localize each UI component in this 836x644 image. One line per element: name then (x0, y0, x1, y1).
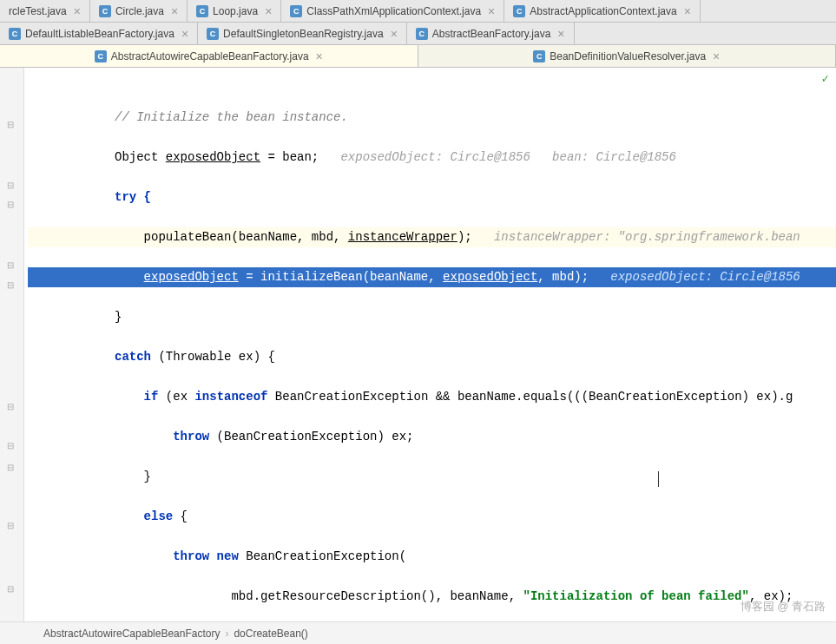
close-icon[interactable]: × (181, 27, 188, 41)
close-icon[interactable]: × (488, 4, 495, 18)
close-icon[interactable]: × (265, 4, 272, 18)
tab-bar-row-2: CDefaultListableBeanFactory.java× CDefau… (0, 23, 836, 45)
fold-icon[interactable]: ⊟ (7, 463, 16, 471)
fold-icon[interactable]: ⊟ (7, 120, 16, 128)
tab-label: BeanDefinitionValueResolver.java (550, 50, 706, 62)
tab-label: rcleTest.java (9, 5, 67, 17)
fold-icon[interactable]: ⊟ (7, 260, 16, 269)
tab-bar-row-3: CAbstractAutowireCapableBeanFactory.java… (0, 45, 836, 68)
java-class-icon: C (290, 5, 302, 17)
fold-icon[interactable]: ⊟ (7, 521, 16, 529)
fold-icon[interactable]: ⊟ (7, 402, 16, 411)
watermark: 博客园 @ 青石路 (741, 599, 826, 614)
tab-label: DefaultSingletonBeanRegistry.java (223, 28, 384, 40)
breadcrumb-method[interactable]: doCreateBean() (234, 628, 307, 640)
tab-label: AbstractBeanFactory.java (432, 28, 551, 40)
close-icon[interactable]: × (316, 49, 323, 63)
tab-defaultlistable[interactable]: CDefaultListableBeanFactory.java× (0, 23, 198, 44)
fold-icon[interactable]: ⊟ (7, 584, 16, 593)
code-comment: // Initialize the bean instance. (115, 110, 348, 124)
java-class-icon: C (99, 5, 111, 17)
execution-line: exposedObject = initializeBean(beanName,… (28, 267, 836, 287)
java-class-icon: C (207, 28, 219, 40)
close-icon[interactable]: × (684, 4, 691, 18)
tab-label: ClassPathXmlApplicationContext.java (306, 5, 481, 17)
tab-rcletest[interactable]: rcleTest.java× (0, 0, 90, 22)
java-class-icon: C (196, 5, 208, 17)
fold-icon[interactable]: ⊟ (7, 181, 16, 189)
fold-icon[interactable]: ⊟ (7, 280, 16, 289)
fold-icon[interactable]: ⊟ (7, 200, 16, 208)
tab-defaultsingleton[interactable]: CDefaultSingletonBeanRegistry.java× (198, 23, 407, 44)
breadcrumb[interactable]: AbstractAutowireCapableBeanFactory › doC… (0, 621, 836, 644)
close-icon[interactable]: × (391, 27, 398, 41)
tab-classpathxml[interactable]: CClassPathXmlApplicationContext.java× (281, 0, 504, 22)
tab-circle[interactable]: CCircle.java× (90, 0, 188, 22)
tab-abstractappctx[interactable]: CAbstractApplicationContext.java× (504, 0, 701, 22)
text-cursor (658, 471, 659, 487)
java-class-icon: C (533, 50, 545, 62)
code-area[interactable]: ✓ // Initialize the bean instance. Objec… (24, 68, 836, 621)
inspection-ok-icon[interactable]: ✓ (822, 69, 829, 89)
tab-label: AbstractApplicationContext.java (530, 5, 676, 17)
java-class-icon: C (9, 28, 21, 40)
tab-beandefresolver[interactable]: CBeanDefinitionValueResolver.java× (418, 45, 837, 67)
tab-label: Circle.java (115, 5, 164, 17)
java-class-icon: C (416, 28, 428, 40)
gutter[interactable]: ⊟ ⊟ ⊟ ⊟ ⊟ ⊟ ⊟ ⊟ ⊟ ⊟ (0, 68, 24, 621)
close-icon[interactable]: × (171, 4, 178, 18)
breadcrumb-separator-icon: › (225, 628, 228, 640)
tab-label: Loop.java (213, 5, 258, 17)
tab-label: DefaultListableBeanFactory.java (25, 28, 174, 40)
breadcrumb-class[interactable]: AbstractAutowireCapableBeanFactory (43, 628, 220, 640)
close-icon[interactable]: × (74, 4, 81, 18)
tab-loop[interactable]: CLoop.java× (188, 0, 281, 22)
tab-label: AbstractAutowireCapableBeanFactory.java (111, 50, 309, 62)
java-class-icon: C (95, 50, 107, 62)
tab-abstractbeanfactory[interactable]: CAbstractBeanFactory.java× (407, 23, 575, 44)
tab-bar-row-1: rcleTest.java× CCircle.java× CLoop.java×… (0, 0, 836, 23)
close-icon[interactable]: × (557, 27, 564, 41)
tab-abstractautowire[interactable]: CAbstractAutowireCapableBeanFactory.java… (0, 45, 418, 67)
java-class-icon: C (513, 5, 525, 17)
fold-icon[interactable]: ⊟ (7, 441, 16, 450)
editor: ⊟ ⊟ ⊟ ⊟ ⊟ ⊟ ⊟ ⊟ ⊟ ⊟ ✓ // Initialize the … (0, 68, 836, 621)
close-icon[interactable]: × (713, 49, 720, 63)
